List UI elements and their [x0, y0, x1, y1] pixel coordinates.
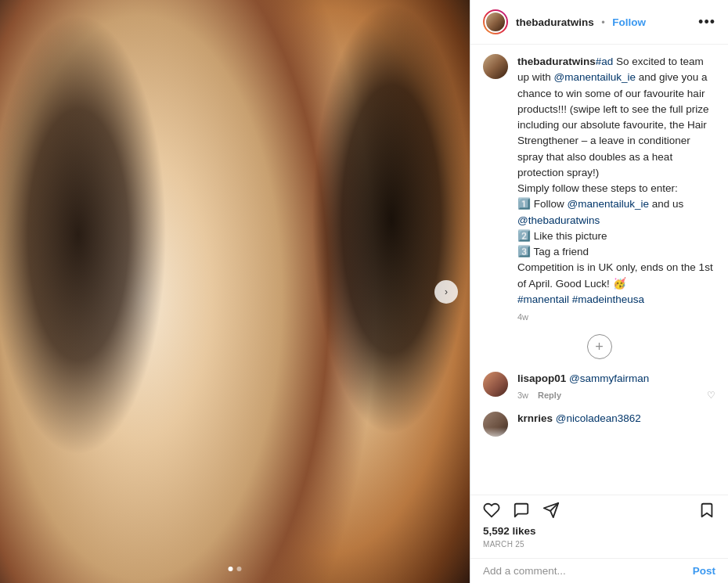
commenter-avatar-2[interactable]: [483, 412, 508, 437]
likes-count: 5,592 likes: [483, 525, 715, 537]
comment-body-2: krnries @nicoladean3862: [517, 412, 715, 426]
comment-time-1: 3w: [517, 390, 528, 400]
right-panel: thebaduratwins • Follow ••• thebaduratwi…: [470, 0, 728, 583]
comment-button[interactable]: [513, 502, 530, 519]
comment-reply-1[interactable]: Reply: [538, 390, 561, 400]
post-username[interactable]: thebaduratwins: [516, 16, 594, 28]
caption-username[interactable]: thebaduratwins: [517, 56, 596, 67]
bookmark-button[interactable]: [698, 502, 715, 519]
post-header: thebaduratwins • Follow •••: [470, 0, 728, 45]
comment-item: lisapop01 @sammyfairman 3w Reply ♡: [483, 372, 715, 401]
comment-text-2: krnries @nicoladean3862: [517, 412, 715, 426]
caption-mention1[interactable]: @manentailuk_ie: [554, 71, 636, 83]
caption-time: 4w: [517, 312, 715, 322]
caption-hashtag2[interactable]: #madeintheusa: [572, 293, 644, 305]
caption-text-and: and us: [649, 198, 683, 210]
caption-text-mid: and give you a chance to win some of our…: [517, 71, 709, 210]
photo-panel: ›: [0, 0, 470, 583]
dot-2: [237, 567, 242, 571]
username-area: thebaduratwins • Follow: [516, 15, 692, 29]
photo-dots: [229, 567, 242, 571]
caption-avatar[interactable]: [483, 54, 508, 79]
comment-heart-1[interactable]: ♡: [707, 390, 715, 401]
comments-area: thebaduratwins#ad So excited to team up …: [470, 45, 728, 495]
commenter-mention-tag-2[interactable]: @nicoladean3862: [556, 412, 641, 424]
caption-steps: 2️⃣ Like this picture3️⃣ Tag a friendCom…: [517, 230, 713, 290]
commenter-username-2[interactable]: krnries: [517, 412, 553, 424]
commenter-mention-tag-1[interactable]: @sammyfairman: [569, 372, 649, 384]
add-comment-bar: Post: [470, 558, 728, 583]
dot-1: [229, 567, 233, 571]
profile-avatar[interactable]: [483, 9, 508, 34]
separator: •: [601, 16, 605, 28]
post-comment-button[interactable]: Post: [693, 565, 715, 577]
add-reaction-button[interactable]: +: [587, 334, 612, 359]
commenter-username-1[interactable]: lisapop01: [517, 372, 566, 384]
add-comment-circle-area: +: [483, 334, 715, 359]
caption-hashtag1[interactable]: #manentail: [517, 293, 569, 305]
caption-block: thebaduratwins#ad So excited to team up …: [483, 54, 715, 322]
next-photo-button[interactable]: ›: [434, 280, 458, 304]
comment-text-1: lisapop01 @sammyfairman: [517, 372, 715, 387]
comment-meta-1: 3w Reply ♡: [517, 390, 715, 401]
more-options-button[interactable]: •••: [698, 14, 715, 31]
post-image: [0, 0, 470, 583]
caption-text: thebaduratwins#ad So excited to team up …: [517, 54, 715, 308]
add-comment-input[interactable]: [483, 565, 693, 577]
action-icons-row: [483, 502, 715, 519]
comment-item-partial: krnries @nicoladean3862: [483, 412, 715, 443]
actions-bar: 5,592 likes MARCH 25: [470, 495, 728, 558]
share-button[interactable]: [542, 502, 560, 519]
follow-button[interactable]: Follow: [612, 16, 646, 28]
comment-body-1: lisapop01 @sammyfairman 3w Reply ♡: [517, 372, 715, 401]
like-button[interactable]: [483, 502, 500, 519]
post-date: MARCH 25: [483, 540, 715, 549]
caption-mention3[interactable]: @thebaduratwins: [517, 214, 600, 226]
caption-mention2[interactable]: @manentailuk_ie: [568, 198, 650, 210]
caption-hashtag-ad: #ad: [596, 56, 614, 67]
commenter-avatar-1[interactable]: [483, 372, 508, 397]
